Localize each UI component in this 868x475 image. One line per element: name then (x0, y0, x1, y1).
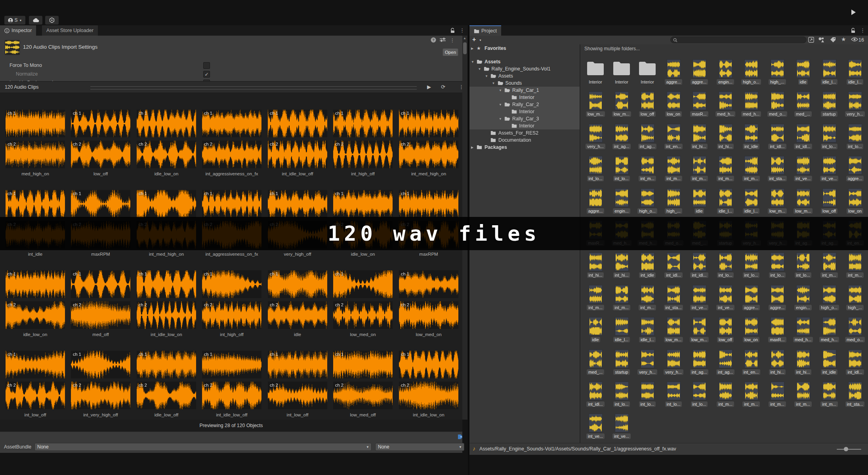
unlock-icon[interactable] (851, 28, 856, 33)
tab-inspector[interactable]: Inspector (0, 25, 36, 36)
inspector-menu-icon[interactable]: ⋮ (460, 28, 465, 33)
add-asset-button[interactable]: + (472, 36, 476, 43)
audio-waveform-thumbnail (744, 285, 758, 304)
folder-open-icon (504, 87, 510, 93)
tree-item-label: Packages (485, 144, 507, 150)
preview-play-icon[interactable]: ▶ (427, 84, 431, 89)
tab-asset-store-uploader[interactable]: Asset Store Uploader (42, 25, 98, 36)
audio-waveform-thumbnail (744, 253, 758, 271)
search-in-window-icon[interactable] (808, 37, 814, 43)
tree-item-interior[interactable]: Interior (469, 94, 580, 101)
asset-bundle-variant-dropdown[interactable]: None ▼ (375, 443, 464, 451)
waveform-channel: ch 2 (399, 141, 458, 168)
audio-waveform-thumbnail (822, 350, 836, 368)
asset-label: med_o... (839, 337, 868, 343)
tree-item-packages[interactable]: ▶Packages (469, 144, 580, 151)
audio-waveform-thumbnail (848, 156, 862, 175)
audio-waveform-thumbnail (822, 59, 836, 78)
tree-item-assets[interactable]: ▼Assets (469, 72, 580, 80)
audio-waveform-thumbnail (641, 91, 654, 110)
favorites-star-icon[interactable]: ★ (841, 36, 846, 42)
collapse-arrow-icon[interactable]: ▼ (499, 103, 502, 106)
scrollbar-thumb[interactable] (463, 42, 467, 54)
tree-item-rally_car_3[interactable]: ▼Rally_Car_3 (469, 115, 580, 122)
setting-checkbox[interactable] (203, 62, 210, 69)
search-field[interactable] (670, 36, 807, 43)
audio-waveform-thumbnail (822, 91, 836, 110)
clip-filename: int_low_off (260, 412, 335, 417)
chevron-down-icon: ▼ (479, 39, 482, 42)
help-icon[interactable]: ? (431, 37, 436, 43)
hidden-count-eye-icon[interactable] (851, 37, 858, 42)
waveform-channel: ch 2 (268, 141, 327, 168)
tab-label: Asset Store Uploader (46, 28, 93, 33)
channel-label: ch 1 (401, 111, 409, 116)
header-menu-icon[interactable]: ⋮ (450, 38, 455, 43)
filter-by-label-icon[interactable] (830, 37, 836, 43)
project-menu-icon[interactable]: ⋮ (860, 28, 865, 33)
collapsed-play-icon[interactable] (851, 10, 856, 15)
collapse-arrow-icon[interactable]: ▼ (471, 60, 474, 64)
audio-waveform-thumbnail (848, 188, 862, 207)
folder-open-icon (498, 80, 504, 86)
tree-item-label: Assets (498, 73, 513, 79)
tree-item-rally_engine_sounds-vol1[interactable]: ▼Rally_Engine_Sounds-Vol1 (469, 65, 580, 72)
presets-icon[interactable] (440, 37, 446, 42)
tree-item-rally_car_1[interactable]: ▼Rally_Car_1 (469, 87, 580, 94)
asset-label: aggre... (839, 176, 868, 182)
audio-waveform-thumbnail (589, 156, 603, 175)
collapse-arrow-icon[interactable]: ▼ (478, 67, 481, 71)
tree-item-sounds[interactable]: ▼Sounds (469, 80, 580, 87)
audio-waveform-thumbnail (796, 382, 810, 400)
collapse-arrow-icon[interactable]: ▼ (499, 89, 502, 92)
clip-filename: idle_low_on (325, 252, 401, 256)
channel-label: ch 2 (204, 383, 212, 388)
tree-item-documentation[interactable]: Documentation (469, 137, 580, 144)
asset-bundle-dropdown[interactable]: None ▼ (34, 443, 372, 451)
folder-icon (638, 60, 656, 76)
cloud-button[interactable] (29, 16, 42, 25)
waveform-channel: ch 1 (6, 270, 65, 298)
collapse-arrow-icon[interactable]: ▼ (499, 117, 502, 121)
settings-hexagon-icon (49, 17, 55, 23)
tab-project[interactable]: Project (469, 25, 501, 36)
audio-waveform-thumbnail (667, 124, 681, 142)
tree-item-assets[interactable]: ▼Assets (469, 58, 580, 65)
audio-waveform-thumbnail (615, 188, 629, 207)
search-input[interactable] (679, 37, 800, 43)
tree-item-interior[interactable]: Interior (469, 108, 580, 115)
tree-item-interior[interactable]: Interior (469, 122, 580, 129)
channel-label: ch 1 (270, 272, 278, 276)
preview-loop-icon[interactable]: ⟳ (441, 84, 445, 89)
audio-waveform-thumbnail (667, 285, 681, 304)
tree-item-assets_for_res2[interactable]: Assets_For_RES2 (469, 129, 580, 137)
slider-knob[interactable] (844, 447, 848, 451)
folder-icon (490, 137, 496, 142)
tag-icon[interactable] (456, 434, 462, 440)
services-button[interactable] (45, 16, 59, 25)
tree-item-rally_car_2[interactable]: ▼Rally_Car_2 (469, 101, 580, 108)
panel-divider[interactable] (468, 25, 469, 475)
collapse-arrow-icon[interactable]: ▼ (485, 74, 488, 78)
tree-item-favorites[interactable]: ▶★Favorites (469, 45, 580, 52)
asset-label: idle_l... (839, 79, 868, 86)
open-button[interactable]: Open (443, 48, 458, 56)
folder-icon (474, 28, 479, 33)
filter-by-type-icon[interactable] (818, 37, 824, 43)
unlock-icon[interactable] (450, 28, 455, 33)
scroll-up-icon[interactable]: ▲ (463, 36, 466, 40)
asset-label: very_h... (839, 111, 868, 118)
channel-label: ch 1 (204, 272, 212, 276)
expand-arrow-icon[interactable]: ▶ (471, 146, 473, 149)
account-button[interactable]: S ▼ (4, 16, 25, 25)
audio-waveform-thumbnail (589, 91, 603, 110)
audio-waveform-thumbnail (744, 156, 758, 175)
clip-filename: int_high_off (194, 332, 269, 337)
preview-drag-handle[interactable] (90, 86, 417, 89)
audio-waveform-thumbnail (667, 91, 681, 110)
thumbnail-size-slider[interactable] (837, 449, 861, 450)
setting-checkbox[interactable]: ✓ (203, 71, 210, 78)
channel-label: ch 2 (270, 383, 278, 388)
expand-arrow-icon[interactable]: ▶ (471, 47, 473, 50)
collapse-arrow-icon[interactable]: ▼ (492, 82, 495, 85)
